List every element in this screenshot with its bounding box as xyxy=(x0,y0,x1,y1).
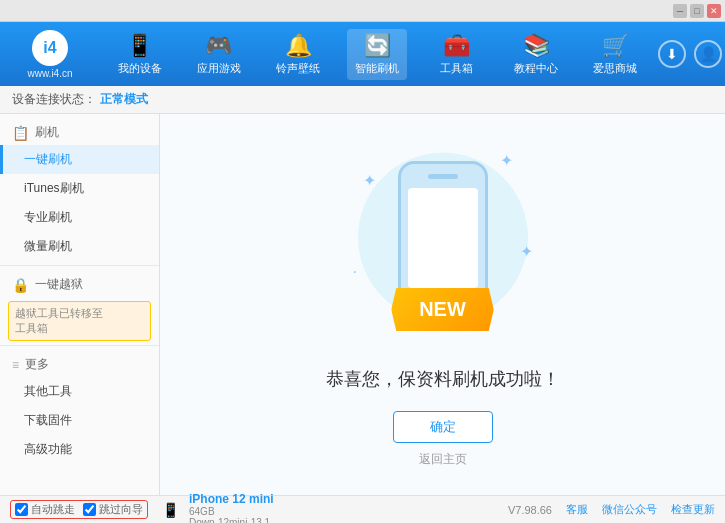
skip-guide-checkbox[interactable]: 跳过向导 xyxy=(83,502,143,517)
sidebar-item-itunes-flash[interactable]: iTunes刷机 xyxy=(0,174,159,203)
nav-label: 铃声壁纸 xyxy=(276,61,320,76)
nav-item-my-device[interactable]: 📱 我的设备 xyxy=(110,29,170,80)
sparkle-2: ✦ xyxy=(500,151,513,170)
device-name: iPhone 12 mini xyxy=(189,492,274,506)
success-illustration: NEW ✦ ✦ ✦ · xyxy=(343,141,543,351)
logo-icon: i4 xyxy=(32,30,68,66)
bottom-right: V7.98.66 客服 微信公众号 检查更新 xyxy=(508,502,715,517)
logo-text: www.i4.cn xyxy=(27,68,72,79)
nav-label: 爱思商城 xyxy=(593,61,637,76)
tutorial-icon: 📚 xyxy=(523,33,550,59)
skip-guide-label: 跳过向导 xyxy=(99,502,143,517)
sidebar: 📋 刷机 一键刷机 iTunes刷机 专业刷机 微量刷机 🔒 一键越狱 越狱工具… xyxy=(0,114,160,495)
nav-item-apps-games[interactable]: 🎮 应用游戏 xyxy=(189,29,249,80)
device-info: iPhone 12 mini 64GB Down-12mini-13.1 xyxy=(189,492,274,524)
auto-jump-label: 自动跳走 xyxy=(31,502,75,517)
toolbox-icon: 🧰 xyxy=(443,33,470,59)
header: i4 www.i4.cn 📱 我的设备 🎮 应用游戏 🔔 铃声壁纸 🔄 智能刷机… xyxy=(0,22,725,86)
nav-label: 应用游戏 xyxy=(197,61,241,76)
jailbreak-notice: 越狱工具已转移至工具箱 xyxy=(8,301,151,341)
auto-jump-input[interactable] xyxy=(15,503,28,516)
flash-section-label: 刷机 xyxy=(35,124,59,141)
sparkle-3: ✦ xyxy=(520,242,533,261)
sidebar-item-micro-flash[interactable]: 微量刷机 xyxy=(0,232,159,261)
status-label: 设备连接状态： xyxy=(12,91,96,108)
bottom-left: 自动跳走 跳过向导 📱 iPhone 12 mini 64GB Down-12m… xyxy=(10,492,274,524)
nav-item-toolbox[interactable]: 🧰 工具箱 xyxy=(427,29,487,80)
sidebar-divider-1 xyxy=(0,265,159,266)
main-container: 📋 刷机 一键刷机 iTunes刷机 专业刷机 微量刷机 🔒 一键越狱 越狱工具… xyxy=(0,114,725,495)
sidebar-item-download-firmware[interactable]: 下载固件 xyxy=(0,406,159,435)
close-button[interactable]: ✕ xyxy=(707,4,721,18)
header-right: ⬇ 👤 xyxy=(655,40,725,68)
nav-label: 智能刷机 xyxy=(355,61,399,76)
device-version: Down-12mini-13.1 xyxy=(189,517,274,524)
new-badge: NEW xyxy=(391,288,494,331)
apps-icon: 🎮 xyxy=(205,33,232,59)
store-icon: 🛒 xyxy=(602,33,629,59)
more-section-label: 更多 xyxy=(25,356,49,373)
more-icon: ≡ xyxy=(12,358,19,372)
nav-items: 📱 我的设备 🎮 应用游戏 🔔 铃声壁纸 🔄 智能刷机 🧰 工具箱 📚 教程中心… xyxy=(100,29,655,80)
back-home-link[interactable]: 返回主页 xyxy=(419,451,467,468)
nav-item-tutorial[interactable]: 📚 教程中心 xyxy=(506,29,566,80)
nav-item-ringtones[interactable]: 🔔 铃声壁纸 xyxy=(268,29,328,80)
flash-section-icon: 📋 xyxy=(12,125,29,141)
jailbreak-section-label: 一键越狱 xyxy=(35,276,83,293)
device-area: 📱 iPhone 12 mini 64GB Down-12mini-13.1 xyxy=(162,492,274,524)
support-link[interactable]: 客服 xyxy=(566,502,588,517)
jailbreak-section-header: 🔒 一键越狱 xyxy=(0,270,159,297)
more-section-header: ≡ 更多 xyxy=(0,350,159,377)
wechat-link[interactable]: 微信公众号 xyxy=(602,502,657,517)
device-storage: 64GB xyxy=(189,506,274,517)
user-icon-btn[interactable]: 👤 xyxy=(694,40,722,68)
bottom-bar: 自动跳走 跳过向导 📱 iPhone 12 mini 64GB Down-12m… xyxy=(0,495,725,523)
download-icon-btn[interactable]: ⬇ xyxy=(658,40,686,68)
sparkle-1: ✦ xyxy=(363,171,376,190)
nav-label: 工具箱 xyxy=(440,61,473,76)
status-value: 正常模式 xyxy=(100,91,148,108)
maximize-button[interactable]: □ xyxy=(690,4,704,18)
skip-guide-input[interactable] xyxy=(83,503,96,516)
jailbreak-icon: 🔒 xyxy=(12,277,29,293)
nav-item-smart-flash[interactable]: 🔄 智能刷机 xyxy=(347,29,407,80)
ringtones-icon: 🔔 xyxy=(285,33,312,59)
title-bar: ─ □ ✕ xyxy=(0,0,725,22)
minimize-button[interactable]: ─ xyxy=(673,4,687,18)
phone-screen xyxy=(408,188,478,288)
sidebar-item-pro-flash[interactable]: 专业刷机 xyxy=(0,203,159,232)
success-message: 恭喜您，保资料刷机成功啦！ xyxy=(326,367,560,391)
sidebar-item-advanced[interactable]: 高级功能 xyxy=(0,435,159,464)
content-area: NEW ✦ ✦ ✦ · 恭喜您，保资料刷机成功啦！ 确定 返回主页 xyxy=(160,114,725,495)
version-text: V7.98.66 xyxy=(508,504,552,516)
sidebar-divider-2 xyxy=(0,345,159,346)
smart-flash-icon: 🔄 xyxy=(364,33,391,59)
update-link[interactable]: 检查更新 xyxy=(671,502,715,517)
nav-label: 我的设备 xyxy=(118,61,162,76)
logo-area: i4 www.i4.cn xyxy=(0,30,100,79)
checkbox-group: 自动跳走 跳过向导 xyxy=(10,500,148,519)
confirm-button[interactable]: 确定 xyxy=(393,411,493,443)
sparkle-4: · xyxy=(353,263,357,281)
auto-jump-checkbox[interactable]: 自动跳走 xyxy=(15,502,75,517)
flash-section-header: 📋 刷机 xyxy=(0,118,159,145)
phone-device-icon: 📱 xyxy=(162,502,179,518)
nav-label: 教程中心 xyxy=(514,61,558,76)
status-bar: 设备连接状态： 正常模式 xyxy=(0,86,725,114)
nav-item-store[interactable]: 🛒 爱思商城 xyxy=(585,29,645,80)
sidebar-item-other-tools[interactable]: 其他工具 xyxy=(0,377,159,406)
sidebar-item-one-click-flash[interactable]: 一键刷机 xyxy=(0,145,159,174)
device-icon: 📱 xyxy=(126,33,153,59)
